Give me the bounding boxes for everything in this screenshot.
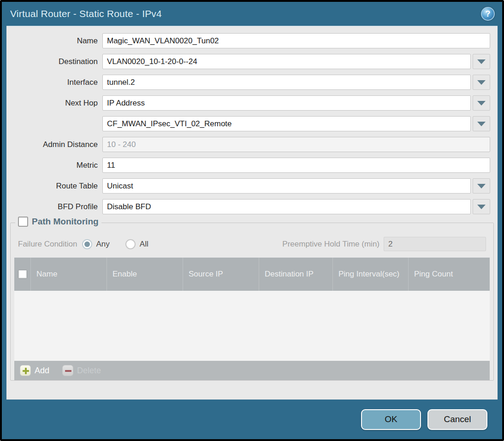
dialog-footer: OK Cancel <box>2 400 502 439</box>
next-hop-address-row <box>14 116 490 131</box>
table-body-empty <box>14 291 490 361</box>
column-header-name[interactable]: Name <box>31 258 107 291</box>
destination-row: Destination <box>14 54 490 69</box>
column-header-source-ip[interactable]: Source IP <box>183 258 259 291</box>
next-hop-address-input[interactable] <box>102 116 471 131</box>
admin-distance-label: Admin Distance <box>14 140 102 149</box>
preemptive-hold-label: Preemptive Hold Time (min) <box>282 240 379 249</box>
route-table-label: Route Table <box>14 182 102 191</box>
next-hop-row: Next Hop <box>14 95 490 111</box>
chevron-down-icon <box>477 184 486 188</box>
metric-label: Metric <box>14 161 102 170</box>
bfd-profile-label: BFD Profile <box>14 202 102 212</box>
bfd-profile-input[interactable] <box>102 199 471 214</box>
static-route-dialog: Virtual Router - Static Route - IPv4 ? N… <box>0 0 504 441</box>
name-label: Name <box>14 36 102 46</box>
column-header-ping-count[interactable]: Ping Count <box>409 258 490 291</box>
chevron-down-icon <box>477 59 486 64</box>
preemptive-hold-input[interactable] <box>384 237 486 251</box>
help-icon[interactable]: ? <box>481 7 495 21</box>
next-hop-address-dropdown-button[interactable] <box>473 116 490 131</box>
chevron-down-icon <box>477 80 486 85</box>
column-header-enable[interactable]: Enable <box>107 258 183 291</box>
name-input[interactable] <box>102 33 490 48</box>
add-button[interactable]: Add <box>20 365 49 376</box>
next-hop-type-input[interactable] <box>102 95 471 111</box>
table-toolbar: Add Delete <box>14 361 490 380</box>
failure-condition-radio-group: Any All <box>82 239 164 249</box>
static-route-form: Name Destination Interface <box>6 27 498 221</box>
next-hop-label: Next Hop <box>14 99 102 108</box>
route-table-row: Route Table <box>14 178 490 194</box>
chevron-down-icon <box>477 205 486 209</box>
minus-icon <box>62 365 73 376</box>
add-button-label: Add <box>35 366 49 376</box>
delete-button-label: Delete <box>77 366 101 376</box>
radio-any[interactable] <box>82 239 92 249</box>
next-hop-dropdown-button[interactable] <box>473 95 490 111</box>
admin-distance-input[interactable] <box>102 137 490 152</box>
route-table-dropdown-button[interactable] <box>473 178 490 194</box>
interface-input[interactable] <box>102 75 471 90</box>
name-row: Name <box>14 33 490 48</box>
ok-button[interactable]: OK <box>361 409 421 430</box>
failure-condition-label: Failure Condition <box>18 240 77 249</box>
path-monitoring-table: Name Enable Source IP Destination IP Pin… <box>14 258 490 380</box>
radio-any-label: Any <box>96 240 110 249</box>
chevron-down-icon <box>477 122 486 126</box>
dialog-content: Name Destination Interface <box>6 26 498 400</box>
path-monitoring-legend: Path Monitoring <box>15 217 101 227</box>
radio-all-label: All <box>140 240 148 249</box>
select-all-cell <box>14 258 31 291</box>
path-monitoring-section: Path Monitoring Failure Condition Any Al… <box>10 223 494 381</box>
destination-dropdown-button[interactable] <box>473 54 490 69</box>
destination-label: Destination <box>14 57 102 66</box>
destination-input[interactable] <box>102 54 471 69</box>
select-all-checkbox[interactable] <box>18 270 27 279</box>
bfd-profile-row: BFD Profile <box>14 199 490 214</box>
column-header-ping-interval[interactable]: Ping Interval(sec) <box>333 258 409 291</box>
metric-row: Metric <box>14 158 490 173</box>
delete-button[interactable]: Delete <box>62 365 101 376</box>
route-table-input[interactable] <box>102 178 471 194</box>
plus-icon <box>20 365 31 376</box>
metric-input[interactable] <box>102 158 490 173</box>
interface-row: Interface <box>14 75 490 90</box>
radio-all[interactable] <box>125 239 136 249</box>
path-monitoring-title: Path Monitoring <box>32 217 99 227</box>
interface-label: Interface <box>14 78 102 87</box>
bfd-profile-dropdown-button[interactable] <box>473 199 490 214</box>
chevron-down-icon <box>477 101 486 106</box>
cancel-button[interactable]: Cancel <box>427 409 487 430</box>
failure-condition-row: Failure Condition Any All Preemptive Hol… <box>13 226 491 258</box>
title-bar: Virtual Router - Static Route - IPv4 ? <box>2 2 502 26</box>
interface-dropdown-button[interactable] <box>473 75 490 90</box>
dialog-title: Virtual Router - Static Route - IPv4 <box>10 8 162 19</box>
table-header: Name Enable Source IP Destination IP Pin… <box>14 258 490 291</box>
admin-distance-row: Admin Distance <box>14 137 490 152</box>
preemptive-hold-group: Preemptive Hold Time (min) <box>282 237 486 251</box>
column-header-destination-ip[interactable]: Destination IP <box>259 258 333 291</box>
path-monitoring-checkbox[interactable] <box>18 217 28 227</box>
